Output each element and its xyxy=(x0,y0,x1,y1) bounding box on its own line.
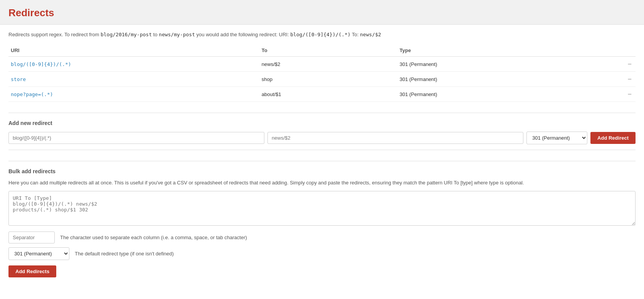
bulk-description: Here you can add multiple redirects all … xyxy=(8,180,636,186)
info-text: Redirects support regex. To redirect fro… xyxy=(8,32,636,37)
bulk-type-row: 301 (Permanent)302 (Temporary) The defau… xyxy=(8,247,636,260)
add-redirect-title: Add new redirect xyxy=(8,120,636,126)
bulk-type-description: The default redirect type (if one isn't … xyxy=(75,251,174,257)
bulk-add-section: Bulk add redirects Here you can add mult… xyxy=(8,161,636,277)
page-title: Redirects xyxy=(8,7,636,19)
bulk-type-select[interactable]: 301 (Permanent)302 (Temporary) xyxy=(8,247,69,260)
redirects-table: URI To Type blog/([0-9]{4})/(.*) news/$2… xyxy=(8,44,636,102)
separator-description: The character used to separate each colu… xyxy=(60,235,247,240)
add-redirect-form: 301 (Permanent)302 (Temporary) Add Redir… xyxy=(8,132,636,144)
redirect-uri-link[interactable]: store xyxy=(11,76,26,82)
table-row: store shop 301 (Permanent) − xyxy=(8,72,636,87)
col-header-type: Type xyxy=(397,44,585,57)
table-row: blog/([0-9]{4})/(.*) news/$2 301 (Perman… xyxy=(8,57,636,72)
new-to-input[interactable] xyxy=(267,132,523,144)
remove-redirect-button[interactable]: − xyxy=(626,61,633,68)
redirect-type: 301 (Permanent) xyxy=(397,57,585,72)
redirect-to: shop xyxy=(259,72,397,87)
remove-redirect-button[interactable]: − xyxy=(626,76,633,83)
bulk-textarea[interactable] xyxy=(8,191,636,226)
add-redirect-section: Add new redirect 301 (Permanent)302 (Tem… xyxy=(8,120,636,144)
bulk-title: Bulk add redirects xyxy=(8,168,636,174)
separator-input[interactable] xyxy=(8,231,55,243)
new-uri-input[interactable] xyxy=(8,132,264,144)
section-divider xyxy=(8,113,636,113)
separator-row: The character used to separate each colu… xyxy=(8,231,636,243)
bulk-section-divider xyxy=(8,150,636,150)
redirect-uri-link[interactable]: blog/([0-9]{4})/(.*) xyxy=(11,61,71,67)
redirect-type: 301 (Permanent) xyxy=(397,72,585,87)
col-header-to: To xyxy=(259,44,397,57)
col-header-uri: URI xyxy=(8,44,259,57)
remove-redirect-button[interactable]: − xyxy=(626,91,633,98)
add-redirect-button[interactable]: Add Redirect xyxy=(590,132,636,144)
new-type-select[interactable]: 301 (Permanent)302 (Temporary) xyxy=(526,132,587,144)
redirect-uri-link[interactable]: nope?page=(.*) xyxy=(11,91,53,97)
redirect-type: 301 (Permanent) xyxy=(397,87,585,102)
redirect-to: news/$2 xyxy=(259,57,397,72)
table-row: nope?page=(.*) about/$1 301 (Permanent) … xyxy=(8,87,636,102)
add-redirects-button[interactable]: Add Redirects xyxy=(8,265,56,277)
redirect-to: about/$1 xyxy=(259,87,397,102)
